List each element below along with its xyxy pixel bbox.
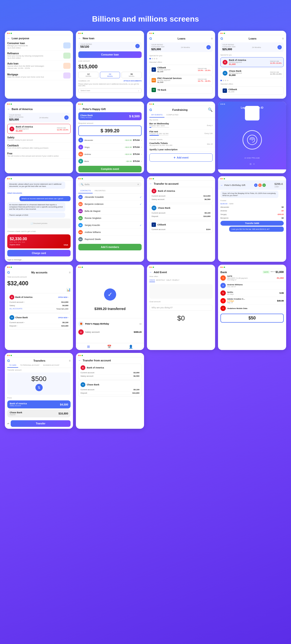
list-icon[interactable]: ≡: [253, 163, 255, 165]
loan-item-auto[interactable]: Auto loan Special offers from the BMW an…: [5, 61, 73, 71]
chase-current-13[interactable]: Current account › $9,100: [10, 321, 68, 324]
boa-salary-11[interactable]: Salary account $6,500: [152, 198, 210, 201]
transfer-amount[interactable]: $500: [10, 375, 68, 383]
bank-td-3[interactable]: TD TD Bank: [149, 86, 213, 94]
tab-contacts[interactable]: CONTACTS: [78, 188, 93, 194]
loan-item-refinance[interactable]: Refinance Save your money by reducing ov…: [5, 51, 73, 61]
cal-monthly[interactable]: MONTHLY: [156, 279, 165, 282]
txn-vodafone[interactable]: V Vodafone Mobile Data: [218, 305, 286, 312]
menu-17[interactable]: ≡: [69, 359, 71, 362]
transfer-btn-17[interactable]: Transfer: [11, 420, 71, 427]
back-arrow-11[interactable]: ←: [149, 182, 152, 186]
member-raymond[interactable]: RS Raymond Steele: [76, 236, 144, 243]
back-arrow-2[interactable]: ←: [78, 36, 81, 40]
fingerprint-icon[interactable]: [242, 130, 262, 150]
tab-profile[interactable]: 👤: [129, 345, 133, 348]
txn-andrew[interactable]: A Andrew Williams 2/11 Jan'17: [218, 282, 286, 290]
months-selector[interactable]: 12Months 24Months 36Months: [76, 71, 144, 79]
tab-events[interactable]: 📅: [107, 345, 111, 348]
back-arrow-12[interactable]: ←: [220, 184, 223, 187]
goal-input[interactable]: Why are you doing it?: [149, 305, 213, 310]
back-arrow-1[interactable]: ←: [7, 36, 10, 40]
open-new-btn-chase[interactable]: OPEN NEW ›: [58, 317, 68, 318]
cal-once[interactable]: ONCE: [149, 279, 155, 282]
member-benjamin[interactable]: BA Benjamin Anderson ✓: [76, 201, 144, 208]
attach-link[interactable]: ATTACH DOCUMENTS: [123, 80, 142, 82]
event-spotify-7[interactable]: Spotify 1-year subscription: [147, 147, 215, 152]
add-event-btn[interactable]: + Add event: [149, 154, 213, 162]
tab-to-card[interactable]: TO CARD: [7, 363, 18, 368]
chase-deposit-11[interactable]: Deposit $16,800: [152, 215, 210, 218]
month-24[interactable]: 24Months: [100, 72, 120, 78]
txn-adobe[interactable]: Ai Adobe Creative C... ● 4 days May 16 $…: [218, 297, 286, 305]
chart-icon[interactable]: 📊: [67, 288, 71, 292]
menu-dots-13[interactable]: ≡: [69, 271, 71, 274]
menu-dots-4[interactable]: ≡: [282, 37, 284, 40]
attach-docs-link[interactable]: Attach documents: [7, 192, 22, 194]
search-bar-10[interactable]: 🔍 Bella ✕: [78, 182, 142, 187]
bank-boa-4[interactable]: B Bank of America Monthly payment $1,000…: [220, 57, 284, 67]
add-members-btn[interactable]: Add 5 members: [78, 244, 142, 250]
txn-delivery[interactable]: S SATE DELIVERY CLUB payment 5/13 May'17…: [218, 274, 286, 282]
menu-dots-3[interactable]: ≡: [211, 37, 213, 40]
dollar-amount[interactable]: $0: [149, 314, 213, 322]
bank-card-display[interactable]: $2,330.00 •••• •••• •••• •••• Expires 04…: [7, 234, 71, 248]
boa-offer-5[interactable]: B Bank of America Monthly payment $1,000…: [7, 124, 71, 134]
chase-deposit-18[interactable]: Deposit $16,800: [81, 392, 139, 395]
event-rent-7[interactable]: Flat rent Purpose: $1,250 / $2,500 Every…: [147, 130, 215, 138]
back-arrow-18[interactable]: ←: [78, 359, 81, 362]
back-arrow-15[interactable]: ←: [149, 270, 152, 274]
txn-netflix[interactable]: N Netflix 4/1 days 9.99: [218, 290, 286, 297]
bank-chase-4[interactable]: Ch Chase Bank Monthly payment $1,000 Int…: [220, 68, 284, 78]
free-item[interactable]: Free You will receive a free annual card…: [5, 151, 73, 159]
complete-event-btn[interactable]: Complete event: [78, 166, 142, 172]
cashback-item[interactable]: Cashback From 1% to 80% cashback after m…: [5, 143, 73, 151]
citi-current-11[interactable]: Current account $104: [152, 228, 210, 231]
loan-item-mortgage[interactable]: Mortgage Make the dream of your own home…: [5, 71, 73, 80]
tab-my-events[interactable]: MY EVENTS: [149, 112, 164, 118]
cal-half-yearly[interactable]: HALF-YEARLY: [166, 279, 179, 282]
tab-personal[interactable]: TO PERSONAL ACCOUNT: [18, 363, 41, 368]
boa-salary-13[interactable]: Salary $4,000: [10, 304, 68, 307]
back-arrow-6[interactable]: ←: [78, 107, 81, 111]
chase-current-11[interactable]: Current account $9,100: [152, 211, 210, 215]
open-new-btn-boa[interactable]: OPEN NEW ›: [58, 296, 68, 298]
boa-current-13[interactable]: Current account › $14,000: [10, 300, 68, 304]
bank-citibank-3[interactable]: C Citibank Monthly payment $1,330 Intere…: [149, 65, 213, 74]
member-sergey[interactable]: SK Sergey Kravztin ✓: [76, 222, 144, 229]
grid-icon[interactable]: ⊞: [249, 163, 251, 165]
boa-current-11[interactable]: Current account $14,000: [152, 194, 210, 198]
consumer-loan-select[interactable]: Consumer loan: [78, 52, 142, 58]
tab-home[interactable]: ⊞: [87, 345, 90, 348]
search-icon-7[interactable]: 🔍: [208, 107, 213, 112]
message-input[interactable]: [7, 258, 71, 261]
loan-select-box[interactable]: Select loan⌄: [78, 88, 142, 93]
loan-item-consumer[interactable]: Consumer loan Manage your financial life…: [5, 40, 73, 51]
transfer-swap-icon[interactable]: ⇅: [35, 384, 43, 391]
transfer-to-box[interactable]: Chase Bank Deposit $16,800: [7, 410, 71, 418]
back-arrow-5[interactable]: ←: [7, 107, 10, 111]
transfer-btn-12[interactable]: Transfer $499: [220, 221, 284, 226]
boa-current-18[interactable]: Current account $3,000: [81, 371, 139, 374]
bank-citi-4[interactable]: C Citibank$1,330: [220, 86, 284, 94]
boa-salary-18[interactable]: Salary account $6,500: [81, 374, 139, 378]
tab-completed[interactable]: COMPLETED: [164, 112, 180, 118]
bank-pnc-3[interactable]: PNC PNC Financial Services Monthly payme…: [149, 76, 213, 85]
transfer-from-box[interactable]: Bank of America Salary account $4,500: [7, 400, 71, 408]
member-alexander[interactable]: AK Alexander Kowalski ✓: [76, 194, 144, 201]
member-bella[interactable]: BM Bella de Magnet: [76, 208, 144, 215]
safely-item[interactable]: Safely Transfer money to your account: [5, 135, 73, 143]
event-bar-7[interactable]: Bar on Wednesday Purpose: $20 / $300 Eve…: [147, 122, 215, 130]
member-ronnie[interactable]: RS Ronnie Singleton: [76, 215, 144, 222]
chase-current-18[interactable]: Current account $9,100: [81, 388, 139, 392]
pin-option[interactable]: or enter PIN-code: [244, 157, 260, 159]
chase-deposit-13[interactable]: Deposit › $19,300: [10, 324, 68, 328]
clear-search-icon[interactable]: ✕: [137, 183, 139, 186]
month-36[interactable]: 36Months: [122, 72, 142, 78]
event-coachella-7[interactable]: Coachella Tickets My payment: $1,000 / $…: [147, 141, 215, 147]
tab-business[interactable]: BUSINESS ACCOUNT: [42, 363, 61, 368]
member-andrew[interactable]: AW Andrew Williams: [76, 229, 144, 236]
month-12[interactable]: 12Months: [78, 72, 98, 78]
tab-favorites[interactable]: FAVORITES: [93, 188, 107, 194]
charge-card-btn[interactable]: Charge card: [7, 250, 71, 256]
